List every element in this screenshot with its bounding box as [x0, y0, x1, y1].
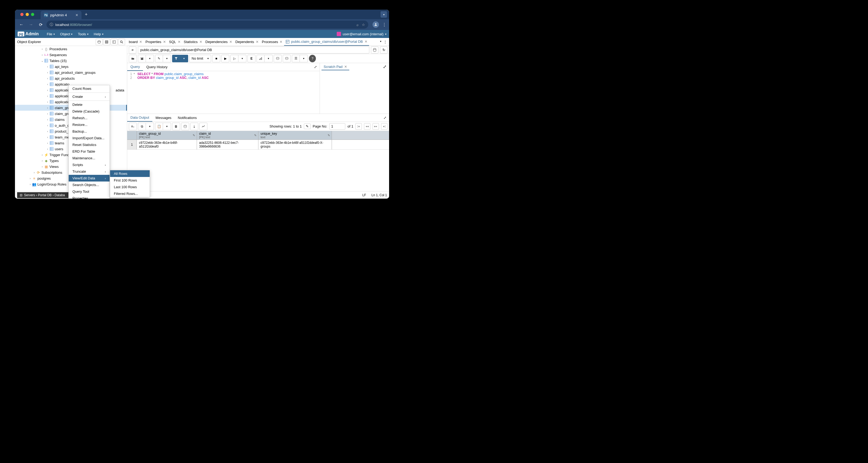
ctx-refresh-[interactable]: Refresh... — [69, 115, 110, 121]
close-icon[interactable]: ✕ — [163, 40, 166, 44]
minimize-window-button[interactable] — [26, 13, 29, 16]
grid-cell[interactable]: c9722ebb-363e-4b1e-b46f-a511f2ddeaf0-X-g… — [258, 140, 332, 149]
macros-dropdown-button[interactable]: ▾ — [300, 55, 308, 62]
save-button[interactable] — [138, 55, 146, 62]
tree-toggle-icon[interactable]: › — [46, 95, 50, 98]
ctx-sub-first-rows[interactable]: First 100 Rows — [110, 177, 150, 184]
ctx-sub-last-rows[interactable]: Last 100 Rows — [110, 184, 150, 190]
edit-column-icon[interactable]: ✎ — [328, 134, 330, 137]
output-tab-notifications[interactable]: Notifications — [175, 114, 200, 122]
menu-help[interactable]: Help ▾ — [91, 31, 106, 37]
prev-page-button[interactable]: ◂◂ — [364, 123, 370, 130]
menu-file[interactable]: File ▾ — [44, 31, 58, 37]
paste-button[interactable]: 📋 — [155, 123, 163, 130]
add-row-button[interactable]: ≡₊ — [129, 123, 137, 130]
limit-select[interactable]: No limit ▾ — [189, 55, 211, 62]
back-button[interactable]: ← — [18, 21, 25, 28]
copy-button[interactable]: ⧉ — [138, 123, 146, 130]
close-tab-icon[interactable]: ✕ — [75, 13, 78, 17]
tree-toggle-icon[interactable]: › — [46, 112, 50, 115]
output-tab-data-output[interactable]: Data Output — [127, 114, 152, 122]
tree-toggle-icon[interactable]: › — [46, 83, 50, 86]
maximize-window-button[interactable] — [31, 13, 34, 16]
save-dropdown-button[interactable]: ▾ — [146, 55, 154, 62]
filter-button[interactable] — [172, 55, 180, 62]
ctx-maintenance-[interactable]: Maintenance... — [69, 155, 110, 161]
tree-item[interactable]: › {} Procedures — [15, 46, 127, 52]
tab-dependents[interactable]: Dependents✕ — [234, 38, 260, 46]
tree-toggle-icon[interactable]: › — [46, 71, 50, 74]
ctx-properties-[interactable]: Properties... — [69, 195, 110, 198]
close-icon[interactable]: ✕ — [229, 40, 232, 44]
close-icon[interactable]: ✕ — [139, 40, 142, 44]
browser-tab[interactable]: Pg pgAdmin 4 ✕ — [41, 11, 82, 19]
chrome-menu-icon[interactable]: ⋮ — [382, 22, 386, 27]
password-key-icon[interactable]: ⌕ — [356, 23, 359, 27]
close-icon[interactable]: ✕ — [344, 65, 347, 69]
explain-dropdown-button[interactable]: ▾ — [265, 55, 273, 62]
address-bar[interactable]: ⓘ localhost:8080/browser/ ⌕ ☆ — [46, 21, 368, 29]
tree-toggle-icon[interactable]: › — [46, 142, 50, 145]
tree-toggle-icon[interactable]: › — [46, 106, 50, 109]
help-button[interactable]: ? — [309, 55, 316, 62]
ctx-delete-cascade-[interactable]: Delete (Cascade) — [69, 108, 110, 115]
breadcrumb[interactable]: ⊟ Servers › Portal DB › Databa — [17, 192, 68, 198]
ctx-create[interactable]: Create› — [69, 93, 110, 100]
tab-properties[interactable]: Properties✕ — [144, 38, 167, 46]
ctx-count-rows[interactable]: Count Rows — [69, 85, 110, 92]
close-icon[interactable]: ✕ — [280, 40, 282, 44]
sql-editor[interactable]: 1 ▾ SELECT * FROM public.claim_group_cla… — [127, 71, 320, 114]
scratch-pad-tab[interactable]: Scratch Pad ✕ — [321, 64, 349, 70]
stop-button[interactable]: ■ — [212, 55, 220, 62]
status-lf[interactable]: LF — [362, 193, 366, 197]
explain-button[interactable]: E — [247, 55, 255, 62]
tab-query-tool[interactable]: public.claim_group_claims/db/user@Portal… — [284, 38, 369, 46]
execute-button[interactable]: ▶ — [221, 55, 229, 62]
save-data-button[interactable] — [181, 123, 189, 130]
reload-button[interactable]: ⟳ — [37, 21, 44, 28]
next-page-button[interactable]: ▸▸ — [373, 123, 379, 130]
rollback-button[interactable] — [283, 55, 291, 62]
tree-toggle-icon[interactable]: › — [40, 165, 44, 168]
profile-avatar-icon[interactable] — [373, 21, 379, 28]
table-row[interactable]: 1 c9722ebb-363e-4b1e-b46f-a511f2ddeaf0ad… — [127, 140, 389, 150]
column-header[interactable]: claim_group_id[PK] text✎ — [137, 131, 197, 140]
tab-dropdown-icon[interactable]: ▾ — [380, 40, 381, 44]
tree-toggle-icon[interactable]: › — [28, 177, 32, 180]
execute-dropdown-button[interactable]: ▾ — [238, 55, 246, 62]
delete-row-button[interactable]: 🗑 — [172, 123, 180, 130]
edit-dropdown-button[interactable]: ▾ — [163, 55, 171, 62]
edit-button[interactable]: ✎ — [155, 55, 163, 62]
tree-toggle-icon[interactable]: › — [40, 48, 44, 51]
db-picker-button[interactable] — [371, 47, 378, 54]
query-tab-query[interactable]: Query — [127, 63, 143, 71]
grid-cell[interactable]: c9722ebb-363e-4b1e-b46f-a511f2ddeaf0 — [137, 140, 197, 149]
copy-dropdown-button[interactable]: ▾ — [146, 123, 154, 130]
tab-dependencies[interactable]: Dependencies✕ — [204, 38, 234, 46]
last-page-button[interactable]: ▸| — [381, 123, 388, 130]
menu-tools[interactable]: Tools ▾ — [75, 31, 91, 37]
bookmark-star-icon[interactable]: ☆ — [362, 23, 365, 27]
explain-analyze-button[interactable] — [256, 55, 265, 62]
tree-toggle-icon[interactable]: › — [32, 171, 36, 174]
tree-toggle-icon[interactable]: › — [40, 54, 44, 56]
site-info-icon[interactable]: ⓘ — [50, 22, 53, 27]
ctx-truncate[interactable]: Truncate› — [69, 168, 110, 175]
connection-button[interactable] — [129, 47, 136, 54]
forward-button[interactable]: → — [27, 21, 35, 28]
ctx-scripts[interactable]: Scripts› — [69, 161, 110, 168]
commit-button[interactable] — [274, 55, 282, 62]
explorer-tool-filter-icon[interactable]: T — [111, 39, 118, 45]
open-file-button[interactable] — [129, 55, 137, 62]
close-icon[interactable]: ✕ — [178, 40, 181, 44]
column-header[interactable]: unique_keytext✎ — [258, 131, 332, 140]
ctx-backup-[interactable]: Backup... — [69, 128, 110, 135]
close-icon[interactable]: ✕ — [256, 40, 259, 44]
explorer-tool-grid-icon[interactable] — [103, 39, 110, 45]
tree-toggle-icon[interactable]: › — [28, 183, 32, 186]
reset-layout-button[interactable]: ↻ — [380, 47, 388, 54]
column-header[interactable]: claim_id[PK] text✎ — [197, 131, 258, 140]
edit-rows-icon[interactable]: ✎ — [304, 124, 311, 129]
tree-item[interactable]: ⌄ Tables (15) — [15, 58, 127, 64]
grid-cell[interactable]: ada32251-8606-4122-bec7-3986e9666636 — [197, 140, 258, 149]
